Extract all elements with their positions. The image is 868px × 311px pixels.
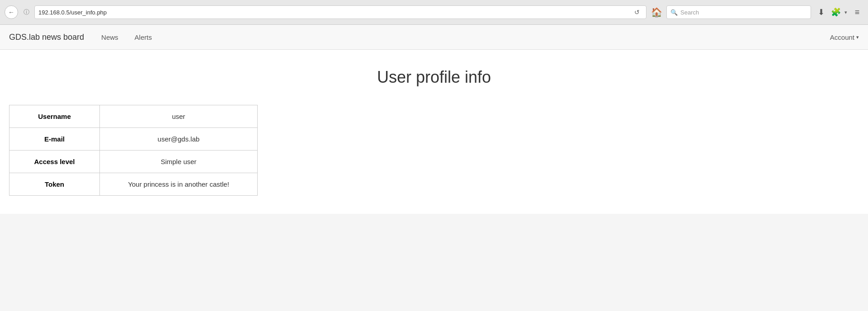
page-title: User profile info xyxy=(9,68,859,87)
table-row: E-mail user@gds.lab xyxy=(9,128,258,151)
table-row: Token Your princess is in another castle… xyxy=(9,173,258,196)
home-icon: 🏠 xyxy=(651,7,662,18)
table-label-username: Username xyxy=(9,105,100,128)
nav-link-alerts[interactable]: Alerts xyxy=(131,31,156,43)
nav-link-news[interactable]: News xyxy=(98,31,122,43)
info-button[interactable]: ⓘ xyxy=(22,8,31,17)
table-value-username: user xyxy=(100,105,258,128)
extensions-chevron-icon: ▾ xyxy=(844,9,847,15)
table-label-email: E-mail xyxy=(9,128,100,151)
table-label-token: Token xyxy=(9,173,100,196)
browser-menu-button[interactable]: ≡ xyxy=(851,6,863,19)
account-chevron-icon: ▾ xyxy=(856,34,859,40)
reload-button[interactable]: ↺ xyxy=(632,7,642,18)
home-button[interactable]: 🏠 xyxy=(650,6,663,19)
extensions-icon[interactable]: 🧩 xyxy=(831,7,841,17)
info-icon: ⓘ xyxy=(24,8,29,16)
download-button[interactable]: ⬇ xyxy=(815,6,827,19)
account-label: Account xyxy=(830,33,854,41)
back-button[interactable]: ← xyxy=(5,5,18,19)
app-brand: GDS.lab news board xyxy=(9,33,84,42)
reload-icon: ↺ xyxy=(634,9,640,16)
url-text: 192.168.0.5/user_info.php xyxy=(38,9,629,16)
table-value-access: Simple user xyxy=(100,151,258,173)
account-menu[interactable]: Account ▾ xyxy=(830,33,859,41)
browser-chrome: ← ⓘ 192.168.0.5/user_info.php ↺ 🏠 🔍 Sear… xyxy=(0,0,868,25)
search-placeholder: Search xyxy=(680,9,699,16)
nav-links: News Alerts xyxy=(98,31,830,43)
search-bar[interactable]: 🔍 Search xyxy=(666,5,811,19)
main-content: User profile info Username user E-mail u… xyxy=(0,50,868,214)
table-value-token: Your princess is in another castle! xyxy=(100,173,258,196)
search-icon: 🔍 xyxy=(670,9,678,16)
table-row: Username user xyxy=(9,105,258,128)
table-value-email: user@gds.lab xyxy=(100,128,258,151)
url-bar[interactable]: 192.168.0.5/user_info.php ↺ xyxy=(34,5,646,19)
menu-icon: ≡ xyxy=(855,8,860,17)
table-label-access: Access level xyxy=(9,151,100,173)
app-navbar: GDS.lab news board News Alerts Account ▾ xyxy=(0,25,868,50)
profile-table: Username user E-mail user@gds.lab Access… xyxy=(9,105,258,196)
back-icon: ← xyxy=(8,9,14,16)
table-row: Access level Simple user xyxy=(9,151,258,173)
download-icon: ⬇ xyxy=(818,7,825,17)
